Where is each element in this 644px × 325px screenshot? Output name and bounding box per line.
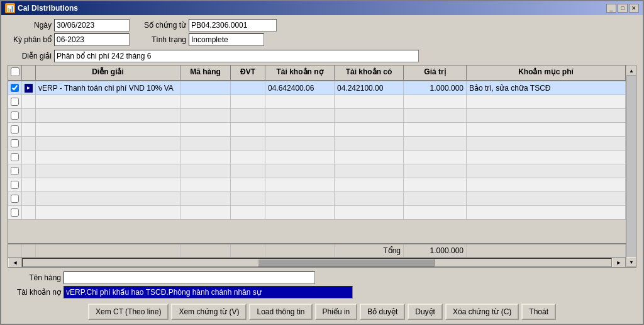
hscroll-left-btn[interactable]: ◄ [8, 258, 22, 268]
vscrollbar: ▲ ▼ [626, 66, 636, 267]
row-indicator-cell [22, 192, 36, 205]
tai-khoan-no-row: Tài khoản nợ [8, 286, 636, 299]
row-dvt [231, 192, 265, 205]
col-header-khoan-muc-phi: Khoản mục phí [467, 66, 626, 81]
minimize-button[interactable]: _ [606, 4, 616, 13]
ngay-row: Ngày [8, 19, 130, 31]
col-header-dvt: ĐVT [231, 66, 265, 81]
row-dien-giai [36, 164, 180, 178]
row-indicator-cell [22, 95, 36, 108]
row-khoan-muc-phi [467, 123, 626, 136]
row-khoan-muc-phi [467, 178, 626, 191]
vscroll-track[interactable] [626, 76, 636, 257]
total-empty2 [22, 244, 36, 257]
row-indicator-cell [22, 123, 36, 136]
title-bar: 📊 Cal Distributions _ □ ✕ [1, 1, 643, 15]
bo-duyet-button[interactable]: Bỏ duyệt [360, 304, 405, 320]
row-checkbox-cell [8, 123, 22, 136]
row-tk-co [335, 123, 404, 136]
tai-khoan-no-input[interactable] [64, 286, 353, 299]
hscroll-row: ◄ ► [8, 257, 626, 267]
row-checkbox-cell [8, 81, 22, 94]
row-dvt [231, 206, 265, 219]
tong-value: 1.000.000 [404, 244, 467, 257]
row-gia-tri [404, 95, 467, 108]
xem-chung-tu-button[interactable]: Xem chứng từ (V) [171, 304, 247, 320]
row-checkbox[interactable] [11, 153, 19, 161]
row-checkbox[interactable] [11, 84, 19, 92]
so-chung-tu-label: Số chứng từ [142, 21, 186, 30]
total-empty3 [36, 244, 180, 257]
row-checkbox[interactable] [11, 208, 19, 217]
row-tk-no [265, 137, 335, 150]
dien-giai-input[interactable] [54, 50, 419, 62]
col-header-gia-tri: Giá trị [404, 66, 467, 81]
ky-phan-bo-input[interactable] [54, 33, 130, 46]
row-dvt [231, 137, 265, 150]
so-chung-tu-row: Số chứng từ [142, 19, 277, 31]
thoat-button[interactable]: Thoát [521, 304, 556, 320]
row-checkbox[interactable] [11, 139, 19, 147]
ten-hang-input[interactable] [64, 271, 315, 284]
hscrollbar[interactable] [22, 258, 612, 267]
row-gia-tri [404, 151, 467, 164]
ky-phan-bo-row: Kỳ phân bổ [8, 33, 130, 46]
row-checkbox-cell [8, 137, 22, 150]
vscroll-up-btn[interactable]: ▲ [626, 66, 636, 76]
tinh-trang-value: Incomplete [189, 33, 264, 46]
row-indicator-cell [22, 137, 36, 150]
row-checkbox[interactable] [11, 98, 19, 106]
row-gia-tri [404, 123, 467, 136]
row-checkbox[interactable] [11, 125, 19, 134]
row-gia-tri: 1.000.000 [404, 81, 467, 94]
row-tk-no [265, 206, 335, 219]
row-tk-co: 04.242100.00 [335, 81, 404, 94]
table-rows: ► vERP - Thanh toán chi phí VND 10% VA04… [8, 81, 626, 243]
close-button[interactable]: ✕ [629, 4, 639, 13]
row-dien-giai [36, 192, 180, 205]
row-checkbox[interactable] [11, 181, 19, 189]
total-empty7 [467, 244, 626, 257]
row-ma-hang [180, 206, 231, 219]
col-header-ma-hang: Mã hàng [180, 66, 231, 81]
row-tk-co [335, 109, 404, 122]
vscroll-down-btn[interactable]: ▼ [626, 257, 636, 267]
row-indicator-cell: ► [22, 81, 36, 94]
row-ma-hang [180, 178, 231, 191]
row-tk-co [335, 192, 404, 205]
table-row [8, 109, 626, 123]
total-empty5 [231, 244, 265, 257]
row-checkbox-cell [8, 192, 22, 205]
so-chung-tu-input[interactable] [189, 19, 277, 31]
row-dien-giai [36, 151, 180, 164]
total-row: Tổng 1.000.000 [8, 243, 626, 257]
tinh-trang-row: Tình trạng Incomplete [142, 33, 277, 46]
header-checkbox[interactable] [11, 67, 19, 76]
main-content: Ngày Kỳ phân bổ Số chứng từ Tình trạng I… [1, 15, 643, 324]
col-header-dien-giai: Diễn giải [36, 66, 180, 81]
table-row: ► vERP - Thanh toán chi phí VND 10% VA04… [8, 81, 626, 95]
load-thong-tin-button[interactable]: Load thông tin [249, 304, 312, 320]
ngay-input[interactable] [54, 19, 130, 31]
row-checkbox[interactable] [11, 111, 19, 120]
xem-ct-button[interactable]: Xem CT (Theo line) [88, 304, 169, 320]
row-checkbox[interactable] [11, 167, 19, 175]
row-dien-giai: vERP - Thanh toán chi phí VND 10% VA [36, 81, 180, 94]
data-table-wrapper: Diễn giải Mã hàng ĐVT Tài khoản nợ Tài k… [8, 65, 636, 268]
row-khoan-muc-phi [467, 109, 626, 122]
row-dien-giai [36, 123, 180, 136]
row-khoan-muc-phi [467, 164, 626, 178]
xoa-chung-tu-button[interactable]: Xóa chứng từ (C) [445, 304, 519, 320]
maximize-button[interactable]: □ [618, 4, 628, 13]
hscroll-right-btn[interactable]: ► [612, 258, 626, 268]
row-tk-co [335, 206, 404, 219]
tong-label: Tổng [335, 244, 404, 257]
button-bar: Xem CT (Theo line)Xem chứng từ (V)Load t… [8, 304, 636, 320]
duyet-button[interactable]: Duyệt [408, 304, 443, 320]
ten-hang-label: Tên hàng [8, 273, 61, 282]
phieu-in-button[interactable]: Phiếu in [315, 304, 358, 320]
title-bar-left: 📊 Cal Distributions [5, 3, 78, 13]
row-gia-tri [404, 164, 467, 178]
row-tk-no [265, 151, 335, 164]
row-checkbox[interactable] [11, 195, 19, 203]
